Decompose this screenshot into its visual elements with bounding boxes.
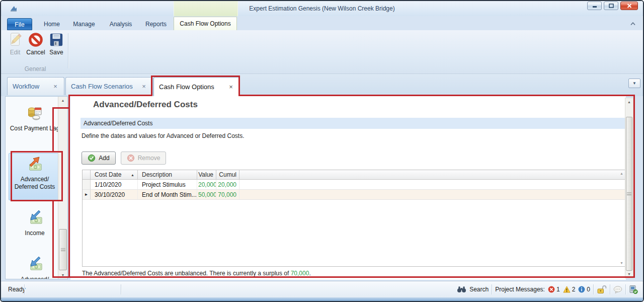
save-icon: [49, 32, 64, 47]
save-button[interactable]: Save: [46, 32, 67, 56]
cell-value[interactable]: 50,000: [197, 190, 216, 199]
remove-button: Remove: [121, 152, 166, 165]
close-tab-icon[interactable]: ×: [140, 83, 147, 90]
cancel-button[interactable]: Cancel: [25, 32, 47, 56]
ribbon-tab-file[interactable]: File: [7, 18, 32, 30]
search-icon: [457, 286, 466, 293]
ribbon-group-label: General: [4, 65, 66, 72]
edit-button: Edit: [4, 32, 26, 56]
ribbon-tab-cash-flow-options[interactable]: Cash Flow Options: [174, 17, 237, 30]
add-icon: [88, 154, 96, 162]
cell-cumul[interactable]: 20,000: [216, 180, 239, 189]
close-tab-icon[interactable]: ×: [227, 83, 234, 91]
cell-description[interactable]: Project Stimulus: [138, 180, 197, 189]
chevron-up-icon: [630, 22, 636, 26]
row-selector-cell[interactable]: [83, 180, 91, 189]
doc-tab-cash-flow-scenarios[interactable]: Cash Flow Scenarios ×: [65, 77, 153, 95]
status-separator: [625, 284, 626, 294]
scrollbar-thumb[interactable]: [626, 117, 632, 271]
cancel-icon: [28, 32, 43, 47]
column-header-label: Cumul: [219, 171, 236, 178]
comment-icon[interactable]: [613, 286, 622, 293]
column-header-label: Cost Date: [95, 171, 121, 179]
doc-tab-cash-flow-options[interactable]: Cash Flow Options ×: [153, 77, 240, 96]
error-count[interactable]: 1: [548, 286, 560, 293]
window-controls: [587, 2, 638, 10]
table-row-current[interactable]: ► 30/10/2020 End of Month Stim... 50,000…: [83, 190, 625, 200]
title-bar[interactable]: Expert Estimation Genesis (New Wilson Cr…: [1, 1, 643, 16]
ribbon-tab-reports[interactable]: Reports: [142, 18, 170, 30]
advanced-deferred-costs-icon: [26, 156, 43, 173]
column-header-description[interactable]: Description: [138, 170, 197, 179]
content-panel: Advanced/Deferred Costs Advanced/Deferre…: [70, 96, 626, 280]
cell-description[interactable]: End of Month Stim...: [138, 190, 197, 199]
sidebar-item-label: Advanced/: [9, 276, 61, 279]
remove-icon: [127, 154, 135, 162]
edit-icon: [8, 32, 23, 47]
scrollbar-thumb[interactable]: [59, 229, 67, 270]
database-status-icon[interactable]: [629, 285, 638, 294]
page-title: Advanced/Deferred Costs: [93, 100, 198, 110]
column-header-label: Description: [142, 171, 172, 178]
ribbon-tab-analysis[interactable]: Analysis: [106, 18, 136, 30]
search-button[interactable]: Search: [469, 286, 489, 293]
advanced-deferred-income-icon: [26, 256, 43, 273]
cancel-button-label: Cancel: [26, 49, 45, 56]
row-selector-header: [83, 170, 91, 179]
section-header: Advanced/Deferred Costs: [80, 118, 625, 129]
chevron-down-icon: ▼: [632, 81, 636, 86]
close-button[interactable]: [620, 2, 638, 10]
current-row-marker: ►: [85, 191, 89, 199]
column-header-cumul[interactable]: Cumul: [216, 170, 239, 179]
sidebar-item-cost-payment-lag[interactable]: Cost Payment Lag: [9, 103, 61, 149]
doc-tab-workflow[interactable]: Workflow ×: [7, 77, 64, 95]
lock-icon[interactable]: [597, 285, 607, 294]
maximize-button[interactable]: [604, 2, 618, 10]
balance-message-period: .: [309, 270, 310, 277]
column-header-value[interactable]: Value: [197, 170, 216, 179]
window-title: Expert Estimation Genesis (New Wilson Cr…: [1, 1, 643, 16]
doc-tab-label: Cash Flow Options: [159, 83, 223, 91]
error-icon: [548, 286, 555, 293]
content-scrollbar[interactable]: ▲ ▼: [625, 98, 633, 278]
warning-count[interactable]: 2: [563, 286, 576, 293]
status-separator: [610, 284, 610, 294]
table-row[interactable]: 1/10/2020 Project Stimulus 20,000 20,000: [83, 180, 625, 190]
add-button[interactable]: Add: [82, 152, 116, 165]
balance-message-text: The Advanced/Deferred Costs are unbalanc…: [82, 270, 291, 277]
cell-value[interactable]: 20,000: [197, 180, 216, 189]
scroll-down-button[interactable]: ▼: [625, 270, 633, 278]
column-header-filler: [239, 170, 625, 179]
scroll-up-button[interactable]: ▲: [625, 98, 633, 106]
info-count[interactable]: 0: [578, 286, 590, 293]
table-scroll-down-icon[interactable]: ▼: [620, 261, 623, 265]
ribbon-collapse-button[interactable]: [627, 20, 638, 27]
costs-table: Cost Date ▲ Description Value Cumul 1/10…: [82, 170, 625, 267]
doc-tab-label: Cash Flow Scenarios: [71, 83, 136, 90]
status-separator: [593, 284, 594, 294]
window-frame-bottom: [1, 297, 643, 301]
minimize-icon: [592, 4, 597, 8]
description-text: Define the dates and values for Advanced…: [82, 132, 245, 139]
row-selector-cell[interactable]: ►: [83, 190, 91, 199]
cell-cost-date[interactable]: 30/10/2020: [91, 190, 138, 199]
close-tab-icon[interactable]: ×: [52, 83, 59, 90]
ribbon-tab-manage[interactable]: Manage: [69, 18, 99, 30]
tab-list-dropdown-button[interactable]: ▼: [628, 79, 640, 88]
sidebar-item-income[interactable]: Income: [9, 207, 61, 252]
ribbon-tab-home[interactable]: Home: [40, 18, 63, 30]
column-header-label: Value: [198, 171, 213, 178]
sidebar-item-advanced-deferred-costs[interactable]: Advanced/ Deferred Costs: [9, 153, 61, 200]
cell-cumul[interactable]: 70,000: [216, 190, 239, 199]
table-scroll-up-icon[interactable]: ▲: [620, 172, 623, 175]
cell-cost-date[interactable]: 1/10/2020: [91, 180, 138, 189]
sidebar-scrollbar[interactable]: ▲ ▼: [58, 97, 67, 279]
ribbon-group-separator: [68, 33, 68, 68]
minimize-button[interactable]: [587, 2, 602, 10]
scroll-up-button[interactable]: ▲: [58, 97, 67, 104]
info-count-value: 0: [587, 286, 590, 293]
column-header-cost-date[interactable]: Cost Date ▲: [91, 170, 138, 179]
sidebar-item-label: Advanced/ Deferred Costs: [9, 176, 60, 191]
scroll-down-button[interactable]: ▼: [58, 271, 67, 279]
sidebar-item-advanced-deferred-income[interactable]: Advanced/: [9, 254, 61, 279]
